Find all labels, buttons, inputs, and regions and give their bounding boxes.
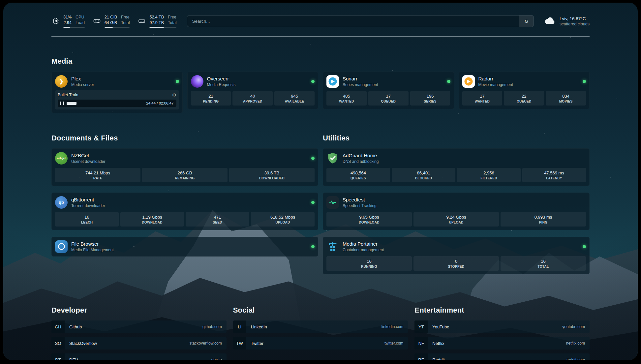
service-subtitle: Media server: [71, 82, 172, 87]
playback-progress-fill: [67, 102, 76, 105]
ram-progress-track: [105, 27, 130, 28]
bookmark-youtube[interactable]: YT YouTube youtube.com: [414, 320, 590, 333]
plex-icon: ❯: [55, 75, 68, 88]
stat-leech: 16 LEECH: [55, 212, 119, 227]
snow-particles: [3, 3, 4, 3]
search-bar: G: [187, 15, 534, 27]
service-card-radarr[interactable]: Radarr Movie management 17 WANTED 22 QUE…: [459, 72, 590, 109]
service-card-nzbget[interactable]: nzbget NZBGet Usenet downloader 744.21 M…: [51, 148, 318, 186]
stat-queued: 17 QUEUED: [368, 91, 409, 106]
bookmark-name: Netflix: [428, 341, 561, 346]
bookmark-stackoverflow[interactable]: SO StackOverflow stackoverflow.com: [51, 337, 227, 349]
service-name: Media Portainer: [343, 241, 579, 247]
bookmark-url: netflix.com: [562, 341, 590, 346]
bookmark-url: twitter.com: [380, 341, 408, 346]
stat-downloaded: 39.6 TB DOWNLOADED: [229, 168, 315, 182]
status-dot: [583, 245, 586, 248]
bookmark-abbr: NF: [414, 337, 428, 349]
settings-gear-icon[interactable]: ⚙: [172, 93, 176, 97]
bookmark-url: youtube.com: [558, 324, 590, 329]
bookmark-name: Github: [65, 324, 198, 329]
service-subtitle: Media File Management: [71, 248, 308, 252]
service-card-portainer[interactable]: Media Portainer Container management 16 …: [323, 237, 590, 274]
disk-progress-track: [149, 27, 176, 28]
service-name: Sonarr: [343, 76, 443, 82]
service-card-qbittorrent[interactable]: qb qBittorrent Torrent downloader 16 LEE…: [51, 193, 318, 230]
service-card-overseerr[interactable]: Overseerr Media Requests 21 PENDING 40 A…: [187, 72, 319, 109]
service-name: File Browser: [71, 241, 308, 247]
bookmark-abbr: LI: [233, 320, 246, 333]
bookmark-reddit[interactable]: RE Reddit reddit.com: [414, 353, 590, 360]
top-bar: 31% CPU 2.94 Load: [51, 15, 590, 28]
playback-track[interactable]: [67, 102, 143, 105]
bookmark-name: Twitter: [246, 341, 380, 346]
bookmark-name: DEV: [65, 357, 207, 360]
bookmark-url: linkedin.com: [377, 324, 408, 329]
search-provider-button[interactable]: G: [519, 15, 534, 27]
bookmark-github[interactable]: GH Github github.com: [51, 320, 227, 333]
adguard-icon: [326, 152, 339, 165]
status-dot: [447, 80, 450, 83]
bookmark-abbr: TW: [233, 337, 246, 349]
section-title-social: Social: [233, 306, 408, 315]
stat-running: 16 RUNNING: [326, 256, 412, 271]
stat-total: 16 TOTAL: [501, 256, 586, 271]
status-dot: [311, 157, 315, 160]
disk-free-label: Free: [168, 15, 176, 20]
bookmark-name: StackOverflow: [65, 341, 185, 346]
service-card-sonarr[interactable]: Sonarr Series management 485 WANTED 17 Q…: [323, 72, 454, 109]
disk-widget: 52.4 TB Free 97.9 TB Total: [137, 15, 176, 28]
service-card-filebrowser[interactable]: File Browser Media File Management: [51, 237, 318, 257]
bookmark-url: stackoverflow.com: [185, 341, 227, 346]
service-subtitle: Speedtest Tracking: [343, 203, 586, 208]
service-subtitle: Media Requests: [207, 82, 308, 87]
cpu-progress-fill: [63, 27, 70, 28]
bookmark-url: dev.to: [207, 357, 227, 360]
disk-free: 52.4 TB: [149, 15, 164, 20]
stat-movies: 834 MOVIES: [546, 91, 586, 106]
bookmark-url: reddit.com: [562, 357, 590, 360]
section-title-entertainment: Entertainment: [414, 306, 590, 315]
section-title-documents: Documents & Files: [51, 134, 318, 142]
section-utilities: Utilities: [323, 128, 590, 274]
pause-icon[interactable]: [60, 102, 64, 105]
service-card-plex[interactable]: ❯ Plex Media server Bullet Train ⚙: [51, 72, 183, 113]
service-subtitle: Container management: [343, 248, 579, 252]
stat-download: 1.19 Gbps DOWNLOAD: [120, 212, 184, 227]
bookmark-dev[interactable]: DT DEV dev.to: [51, 353, 227, 360]
ram-total-label: Total: [121, 20, 130, 25]
status-dot: [311, 245, 315, 248]
service-name: Speedtest: [343, 197, 586, 203]
ram-total: 64 GiB: [105, 20, 117, 25]
service-name: qBittorrent: [71, 197, 308, 203]
service-name: NZBGet: [71, 153, 308, 159]
bookmark-twitter[interactable]: TW Twitter twitter.com: [233, 337, 408, 349]
cpu-load: 2.94: [63, 20, 72, 25]
bookmark-netflix[interactable]: NF Netflix netflix.com: [414, 337, 590, 349]
section-documents: Documents & Files nzbget NZBGet Usenet d…: [51, 128, 318, 257]
two-column-area: Documents & Files nzbget NZBGet Usenet d…: [51, 128, 590, 274]
search-input[interactable]: [187, 15, 519, 27]
service-card-adguard[interactable]: AdGuard Home DNS and adblocking 498,564 …: [323, 148, 590, 186]
dashboard-screen: 31% CPU 2.94 Load: [3, 3, 638, 360]
bookmark-group-social: Social LI LinkedIn linkedin.com TW Twitt…: [233, 300, 408, 350]
qbittorrent-icon: qb: [55, 196, 68, 209]
now-playing-title: Bullet Train: [58, 93, 78, 97]
stat-seed: 471 SEED: [186, 212, 249, 227]
bookmark-abbr: SO: [51, 337, 65, 349]
status-dot: [176, 80, 179, 83]
stat-stopped: 0 STOPPED: [413, 256, 499, 271]
stat-queued: 22 QUEUED: [504, 91, 544, 106]
stat-rate: 744.21 Mbps RATE: [55, 168, 140, 182]
service-card-speedtest[interactable]: Speedtest Speedtest Tracking 9.65 Gbps D…: [323, 193, 590, 230]
bookmark-linkedin[interactable]: LI LinkedIn linkedin.com: [233, 320, 408, 333]
stat-upload: 9.24 Gbps UPLOAD: [413, 212, 499, 227]
stat-approved: 40 APPROVED: [232, 91, 273, 106]
stat-upload: 618.52 Mbps UPLOAD: [251, 212, 315, 227]
cpu-label: CPU: [76, 15, 85, 20]
sonarr-icon: [326, 75, 339, 88]
ram-free: 21 GiB: [105, 15, 117, 20]
bookmark-group-entertainment: Entertainment YT YouTube youtube.com NF …: [414, 300, 590, 360]
disk-total-label: Total: [168, 20, 176, 25]
dashboard-content: 31% CPU 2.94 Load: [51, 3, 590, 360]
